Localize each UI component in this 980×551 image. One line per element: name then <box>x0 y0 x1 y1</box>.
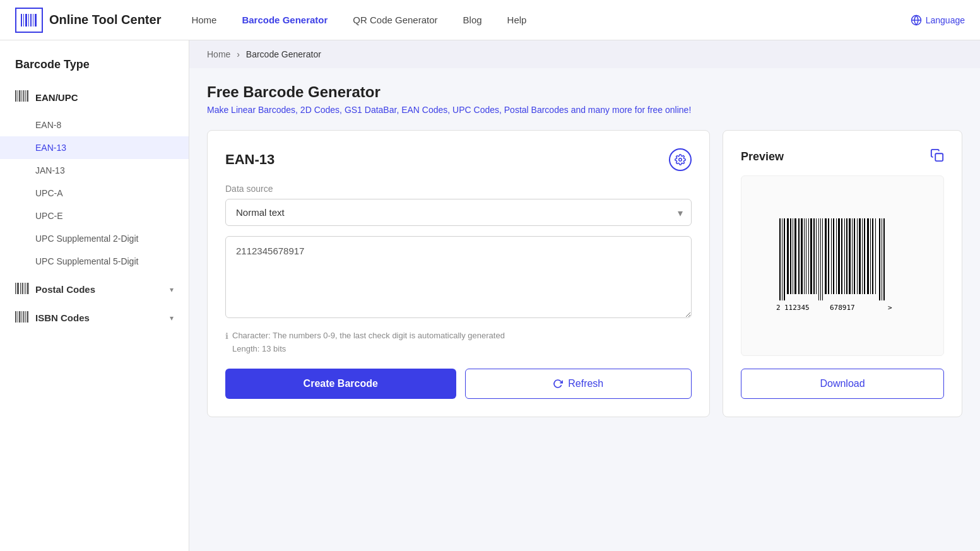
barcode-category-icon <box>15 90 29 105</box>
data-source-wrapper: Normal text Hex Base64 ▾ <box>225 199 692 226</box>
svg-rect-17 <box>17 283 19 294</box>
svg-rect-63 <box>862 218 863 294</box>
svg-rect-64 <box>864 218 865 294</box>
download-button[interactable]: Download <box>741 369 944 399</box>
preview-title: Preview <box>741 150 784 163</box>
svg-rect-2 <box>25 14 27 27</box>
sidebar-item-ean13[interactable]: EAN-13 <box>0 136 189 159</box>
preview-card: Preview <box>723 130 962 417</box>
svg-rect-25 <box>21 311 22 323</box>
svg-rect-42 <box>808 218 809 294</box>
svg-rect-36 <box>793 218 793 294</box>
svg-rect-58 <box>849 218 851 294</box>
globe-icon <box>911 15 922 26</box>
logo-icon <box>15 8 43 33</box>
svg-rect-40 <box>804 218 805 294</box>
barcode-preview: 2 112345 678917 > <box>741 175 944 356</box>
breadcrumb-separator: › <box>237 49 242 59</box>
logo[interactable]: Online Tool Center <box>15 8 161 33</box>
page-title: Free Barcode Generator <box>207 83 962 101</box>
svg-rect-55 <box>841 218 842 294</box>
svg-rect-41 <box>806 218 806 294</box>
svg-rect-5 <box>33 14 33 27</box>
sidebar-item-upca[interactable]: UPC-A <box>0 182 189 204</box>
svg-point-29 <box>679 158 682 162</box>
copy-button[interactable] <box>930 148 944 165</box>
sidebar: Barcode Type EAN/UPC EAN-8 EAN-13 JAN-13 <box>0 40 189 551</box>
button-row: Create Barcode Refresh <box>225 369 692 399</box>
breadcrumb-current: Barcode Generator <box>246 49 321 59</box>
sidebar-category-isbn[interactable]: ISBN Codes ▾ <box>0 304 189 332</box>
nav-home[interactable]: Home <box>191 15 216 25</box>
svg-text:112345: 112345 <box>784 304 810 312</box>
svg-rect-39 <box>801 218 803 294</box>
page-subtitle: Make Linear Barcodes, 2D Codes, GS1 Data… <box>207 105 962 115</box>
main-nav: Home Barcode Generator QR Code Generator… <box>191 15 910 25</box>
svg-rect-69 <box>879 218 880 300</box>
svg-rect-24 <box>19 311 21 323</box>
svg-rect-28 <box>27 311 29 323</box>
sidebar-item-upc-supp-2[interactable]: UPC Supplemental 2-Digit <box>0 227 189 250</box>
svg-rect-67 <box>872 218 873 294</box>
svg-rect-70 <box>882 218 882 300</box>
sidebar-category-postal[interactable]: Postal Codes ▾ <box>0 275 189 304</box>
sidebar-category-ean-upc: EAN/UPC <box>0 84 189 111</box>
svg-rect-52 <box>833 218 834 294</box>
svg-rect-38 <box>798 218 800 294</box>
nav-barcode-generator[interactable]: Barcode Generator <box>242 15 328 25</box>
svg-rect-14 <box>25 90 26 102</box>
svg-rect-56 <box>844 218 845 294</box>
nav-blog[interactable]: Blog <box>463 15 482 25</box>
generator-card: EAN-13 Data source Normal text Hex <box>207 130 710 417</box>
postal-link[interactable]: Postal Barcodes <box>504 105 569 115</box>
svg-rect-62 <box>859 218 861 294</box>
svg-rect-68 <box>875 218 876 294</box>
svg-rect-27 <box>25 311 26 323</box>
svg-text:2: 2 <box>776 304 781 312</box>
sidebar-item-jan13[interactable]: JAN-13 <box>0 159 189 182</box>
sidebar-category-label-isbn: ISBN Codes <box>35 312 90 323</box>
svg-rect-0 <box>21 14 22 27</box>
svg-rect-33 <box>784 218 785 300</box>
refresh-icon <box>553 379 563 389</box>
svg-rect-31 <box>779 218 781 300</box>
svg-rect-35 <box>790 218 791 294</box>
svg-rect-12 <box>21 90 22 102</box>
svg-rect-18 <box>20 283 21 294</box>
svg-rect-11 <box>19 90 21 102</box>
svg-rect-9 <box>15 90 16 102</box>
nav-help[interactable]: Help <box>507 15 527 25</box>
copy-icon <box>930 148 944 162</box>
svg-rect-1 <box>23 14 24 27</box>
content-area: Free Barcode Generator Make Linear Barco… <box>189 68 980 432</box>
svg-rect-10 <box>18 90 18 102</box>
card-header: EAN-13 <box>225 148 692 171</box>
svg-rect-15 <box>27 90 29 102</box>
svg-rect-45 <box>816 218 817 294</box>
svg-rect-3 <box>28 14 29 27</box>
main-content: Home › Barcode Generator Free Barcode Ge… <box>189 40 980 551</box>
postal-icon <box>15 283 29 296</box>
svg-rect-34 <box>787 218 789 294</box>
barcode-input[interactable]: 2112345678917 <box>225 236 692 318</box>
refresh-button[interactable]: Refresh <box>465 369 692 399</box>
sidebar-item-ean8[interactable]: EAN-8 <box>0 114 189 136</box>
create-barcode-button[interactable]: Create Barcode <box>225 369 456 399</box>
svg-rect-30 <box>935 153 943 161</box>
settings-icon <box>675 154 686 165</box>
svg-text:>: > <box>888 304 892 312</box>
svg-rect-23 <box>18 311 18 323</box>
language-button[interactable]: Language <box>911 15 965 26</box>
sidebar-title: Barcode Type <box>0 58 189 84</box>
page-body: Barcode Type EAN/UPC EAN-8 EAN-13 JAN-13 <box>0 40 980 551</box>
sidebar-item-upce[interactable]: UPC-E <box>0 204 189 227</box>
svg-rect-47 <box>820 218 821 300</box>
svg-rect-21 <box>27 283 29 294</box>
nav-qr-generator[interactable]: QR Code Generator <box>353 15 437 25</box>
breadcrumb-home[interactable]: Home <box>207 49 230 59</box>
svg-rect-37 <box>794 218 796 294</box>
svg-rect-48 <box>822 218 823 300</box>
sidebar-item-upc-supp-5[interactable]: UPC Supplemental 5-Digit <box>0 250 189 273</box>
settings-button[interactable] <box>669 148 692 171</box>
data-source-select[interactable]: Normal text Hex Base64 <box>225 199 692 226</box>
